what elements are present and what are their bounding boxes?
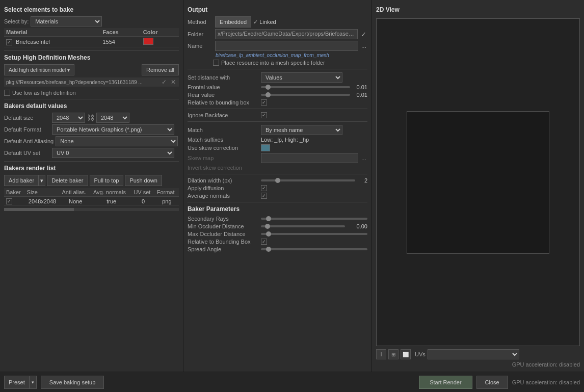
faces-cell: 1554: [100, 37, 141, 47]
add-baker-button[interactable]: Add baker: [4, 175, 39, 186]
set-distance-dropdown[interactable]: Values: [261, 72, 342, 83]
baker-format-cell: png: [155, 197, 179, 206]
baker-size-cell: 2048x2048: [25, 197, 60, 206]
default-format-label: Default Format: [4, 126, 50, 133]
dilation-value: 2: [357, 177, 367, 184]
ignore-backface-checkbox[interactable]: [261, 112, 267, 118]
dilation-label: Dilation width (px): [188, 177, 259, 184]
skew-map-browse-icon[interactable]: ...: [360, 154, 367, 162]
default-aa-label: Default Anti Aliasing: [4, 138, 54, 144]
embedded-btn[interactable]: Embedded: [215, 16, 251, 28]
save-baking-button[interactable]: Save baking setup: [41, 376, 104, 389]
default-size2-dropdown[interactable]: 2048: [96, 113, 129, 123]
use-low-checkbox[interactable]: [4, 90, 10, 96]
frontal-slider[interactable]: [261, 86, 350, 88]
use-low-label: Use low as high definition: [12, 90, 76, 96]
material-row: BriefcaseIntel 1554: [4, 37, 179, 47]
min-occluder-slider[interactable]: [261, 225, 345, 227]
baker-uv-cell: 0: [131, 197, 154, 206]
folder-browse-icon[interactable]: ✓: [360, 31, 367, 38]
push-down-button[interactable]: Push down: [125, 175, 162, 186]
grid-icon[interactable]: ⊞: [388, 349, 399, 359]
view-toolbar: i ⊞ ⬜ UVs: [376, 348, 580, 360]
material-table: Material Faces Color BriefcaseIntel 1554: [4, 28, 179, 47]
view-inner: [407, 111, 549, 254]
uvs-label: UVs: [415, 351, 426, 357]
bakers-defaults-title: Bakers default values: [4, 102, 179, 110]
bakers-header-cell: Avg. normals: [91, 188, 131, 197]
secondary-rays-label: Secondary Rays: [188, 216, 259, 222]
material-col-header: Material: [4, 28, 100, 37]
baker-normals-cell: true: [91, 197, 131, 206]
match-suffixes-value: Low: _lp, High: _hp: [261, 137, 309, 143]
add-baker-arrow[interactable]: ▾: [39, 175, 45, 186]
pull-top-button[interactable]: Pull to top: [90, 175, 124, 186]
material-name: BriefcaseIntel: [16, 39, 50, 45]
remove-mesh-icon[interactable]: ✕: [170, 79, 177, 86]
add-hd-model-button[interactable]: Add high definition model ▾: [4, 64, 74, 75]
baker-relative-bb-checkbox[interactable]: [261, 239, 267, 245]
apply-diffusion-label: Apply diffusion: [188, 185, 259, 191]
output-title: Output: [188, 6, 367, 13]
delete-baker-button[interactable]: Delete baker: [47, 175, 88, 186]
sample-text: birefcase_lp_ambient_occlusion_map_from_…: [216, 53, 367, 58]
place-resource-label: Place resource into a mesh specific fold…: [221, 60, 325, 66]
match-dropdown[interactable]: By mesh name: [261, 125, 342, 135]
skew-map-label: Skew map: [188, 155, 259, 161]
uv-dropdown[interactable]: [428, 349, 519, 359]
match-suffixes-label: Match suffixes: [188, 137, 259, 143]
skew-color-swatch[interactable]: [261, 144, 270, 151]
set-distance-label: Set distance with: [188, 74, 259, 81]
default-size-label: Default size: [4, 115, 50, 121]
color-col-header: Color: [141, 28, 179, 37]
baker-checkbox[interactable]: [6, 198, 12, 204]
material-checkbox[interactable]: [6, 39, 12, 45]
check-icon[interactable]: ✓: [161, 79, 168, 86]
start-render-button[interactable]: Start Render: [419, 376, 472, 389]
default-format-dropdown[interactable]: Portable Network Graphics (*.png): [52, 124, 174, 135]
method-label: Method: [188, 19, 213, 25]
mesh-row: pkg:///Resources/birefcase_hp?dependency…: [4, 77, 179, 87]
preset-arrow-button[interactable]: ▾: [30, 376, 37, 389]
relative-bb-checkbox[interactable]: [261, 99, 267, 106]
dilation-slider[interactable]: [261, 179, 355, 181]
rear-value: 0.01: [352, 92, 367, 98]
close-button[interactable]: Close: [476, 376, 508, 389]
name-input[interactable]: $(mesh)_$(bakername): [215, 41, 358, 51]
default-size1-dropdown[interactable]: 2048: [52, 113, 85, 123]
linked-check-icon: ✓: [253, 19, 258, 25]
material-color-swatch[interactable]: [143, 38, 153, 45]
baker-params-title: Baker Parameters: [188, 205, 367, 213]
rear-slider[interactable]: [261, 94, 350, 96]
average-normals-label: Average normals: [188, 193, 259, 199]
gpu-label: GPU acceleration: disabled: [512, 361, 580, 368]
secondary-rays-slider[interactable]: [261, 218, 367, 220]
apply-diffusion-checkbox[interactable]: [261, 185, 267, 191]
default-aa-dropdown[interactable]: None: [56, 136, 178, 146]
left-panel: Select elements to bake Select by: Mater…: [0, 0, 183, 372]
name-options-icon[interactable]: ...: [360, 42, 367, 49]
preset-group: Preset ▾: [4, 376, 37, 389]
color-cell: [141, 37, 179, 47]
default-uv-dropdown[interactable]: UV 0: [52, 148, 174, 158]
place-resource-checkbox[interactable]: [213, 60, 219, 66]
ignore-backface-label: Ignore Backface: [188, 112, 259, 118]
select-by-dropdown[interactable]: Materials: [31, 16, 102, 27]
spread-angle-slider[interactable]: [261, 248, 367, 250]
folder-field[interactable]: x/Projects/Exedre/GameData/Export/props/…: [215, 29, 358, 39]
average-normals-checkbox[interactable]: [261, 193, 267, 199]
viewport-icon[interactable]: ⬜: [401, 349, 411, 359]
right-panel: 2D View i ⊞ ⬜ UVs GPU acceleration: disa…: [372, 0, 584, 372]
select-by-label: Select by:: [4, 18, 29, 24]
bakers-header-cell: UV set: [131, 188, 154, 197]
name-label: Name: [188, 43, 213, 49]
gpu-acceleration-label: GPU acceleration: disabled: [512, 379, 580, 385]
min-occluder-value: 0.00: [347, 223, 367, 229]
min-occluder-label: Min Occluder Distance: [188, 223, 259, 229]
remove-all-button[interactable]: Remove all: [142, 64, 179, 75]
preset-button[interactable]: Preset: [4, 376, 30, 389]
info-icon[interactable]: i: [376, 349, 386, 359]
skew-map-field[interactable]: [261, 153, 358, 163]
baker-relative-bb-label: Relative to Bounding Box: [188, 239, 259, 245]
max-occluder-slider[interactable]: [261, 233, 367, 235]
